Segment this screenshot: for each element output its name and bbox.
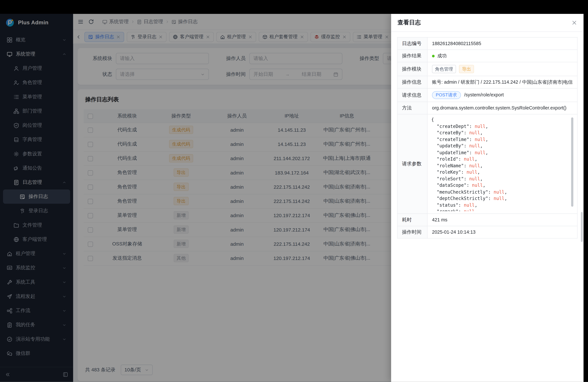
desc-row-info: 操作信息账号: admin / 研发部门 / 222.175.114.242 /… — [397, 76, 577, 88]
params-label: 请求参数 — [397, 114, 427, 213]
json-line: "roleSort": null, — [431, 176, 573, 182]
json-line: "updateBy": null, — [431, 143, 573, 149]
desc-row-duration: 耗时421 ms — [397, 214, 577, 226]
module-label: 操作模块 — [397, 62, 427, 76]
module-value: 角色管理导出 — [427, 62, 577, 76]
log-id-value: 1882612840802115585 — [427, 37, 577, 50]
view-log-drawer: 查看日志 日志编号1882612840802115585操作结果成功操作模块角色… — [391, 14, 584, 382]
info-label: 操作信息 — [397, 76, 427, 88]
request-params-json[interactable]: { "createDept": null, "createBy": null, … — [431, 117, 573, 211]
time-label: 操作时间 — [397, 226, 427, 238]
desc-row-params: 请求参数{ "createDept": null, "createBy": nu… — [397, 114, 577, 213]
drawer-title: 查看日志 — [398, 19, 421, 27]
json-scrollbar[interactable] — [571, 117, 573, 207]
method-label: 方法 — [397, 102, 427, 114]
json-line: "roleKey": null, — [431, 169, 573, 176]
method-value: org.dromara.system.controller.system.Sys… — [427, 102, 577, 114]
desc-row-method: 方法org.dromara.system.controller.system.S… — [397, 102, 577, 114]
desc-row-result: 操作结果成功 — [397, 50, 577, 62]
json-line: "menuCheckStrictly": null, — [431, 189, 573, 195]
module-tag: 角色管理 — [432, 65, 456, 73]
drawer-scrollbar[interactable] — [581, 212, 583, 242]
json-line: "createTime": null, — [431, 136, 573, 143]
duration-value: 421 ms — [427, 214, 577, 226]
log-id-label: 日志编号 — [397, 37, 427, 50]
module-tag: 导出 — [459, 65, 474, 73]
close-drawer-icon[interactable] — [571, 20, 577, 25]
desc-row-log-id: 日志编号1882612840802115585 — [397, 37, 577, 50]
request-label: 请求信息 — [397, 88, 427, 102]
json-line: "deptCheckStrictly": null, — [431, 195, 573, 202]
drawer-body: 日志编号1882612840802115585操作结果成功操作模块角色管理导出操… — [391, 32, 584, 382]
desc-row-request: 请求信息POST请求/system/role/export — [397, 88, 577, 102]
result-label: 操作结果 — [397, 50, 427, 62]
json-line: "roleId": null, — [431, 156, 573, 163]
success-dot — [432, 55, 435, 57]
json-line: "updateTime": null, — [431, 149, 573, 156]
status-text: 成功 — [437, 53, 446, 58]
duration-label: 耗时 — [397, 214, 427, 226]
request-path: /system/role/export — [464, 92, 504, 98]
screen: Plus Admin 概览系统管理用户管理角色管理菜单管理部门管理岗位管理字典管… — [0, 0, 588, 382]
desc-row-time: 操作时间2025-01-24 10:14:13 — [397, 226, 577, 238]
json-line: "createDept": null, — [431, 123, 573, 130]
time-value: 2025-01-24 10:14:13 — [427, 226, 577, 238]
json-line: "remark": null, — [431, 209, 573, 211]
post-method-tag: POST请求 — [432, 91, 461, 99]
json-line: "createBy": null, — [431, 130, 573, 136]
request-value: POST请求/system/role/export — [427, 88, 577, 102]
json-line: { — [431, 117, 573, 123]
params-value: { "createDept": null, "createBy": null, … — [427, 114, 577, 213]
info-value: 账号: admin / 研发部门 / 222.175.114.242 / 中国|… — [427, 76, 577, 88]
json-line: "status": null, — [431, 202, 573, 209]
json-line: "roleName": null, — [431, 163, 573, 169]
drawer-header: 查看日志 — [391, 14, 584, 32]
desc-row-module: 操作模块角色管理导出 — [397, 62, 577, 76]
result-value: 成功 — [427, 50, 577, 62]
json-line: "dataScope": null, — [431, 182, 573, 189]
log-detail-table: 日志编号1882612840802115585操作结果成功操作模块角色管理导出操… — [397, 37, 577, 238]
